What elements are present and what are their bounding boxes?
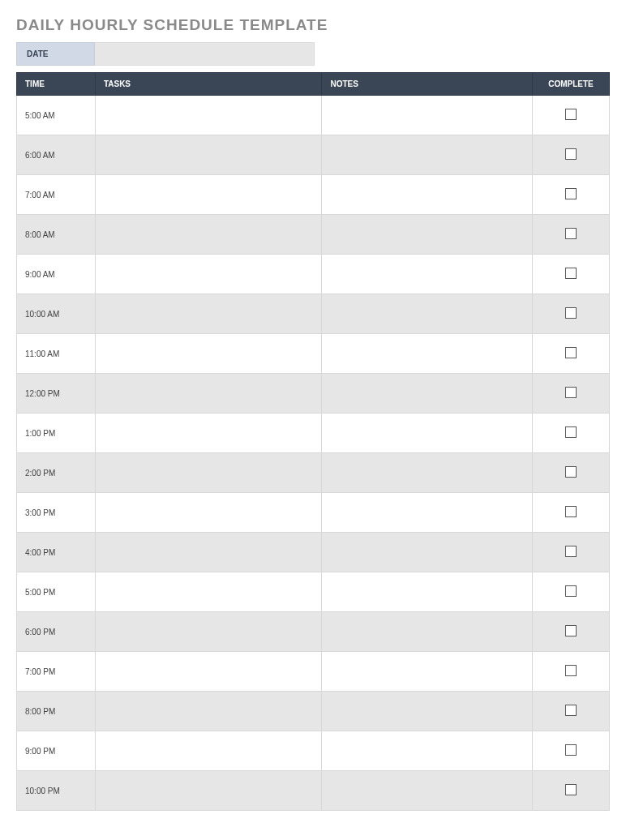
complete-cell: [533, 572, 610, 612]
time-cell: 4:00 PM: [17, 533, 96, 572]
notes-cell[interactable]: [322, 771, 533, 811]
table-row: 11:00 AM: [17, 334, 610, 374]
tasks-cell[interactable]: [95, 493, 322, 533]
complete-checkbox[interactable]: [565, 784, 577, 795]
complete-cell: [533, 692, 610, 731]
time-cell: 6:00 AM: [17, 135, 96, 175]
notes-cell[interactable]: [322, 135, 533, 175]
time-cell: 10:00 PM: [17, 771, 96, 811]
complete-checkbox[interactable]: [565, 625, 577, 636]
table-row: 7:00 PM: [17, 652, 610, 692]
tasks-cell[interactable]: [95, 175, 322, 215]
notes-cell[interactable]: [322, 652, 533, 692]
tasks-cell[interactable]: [95, 294, 322, 334]
complete-checkbox[interactable]: [565, 744, 577, 756]
time-cell: 8:00 AM: [17, 215, 96, 255]
table-row: 3:00 PM: [17, 493, 610, 533]
complete-cell: [533, 414, 610, 453]
complete-cell: [533, 374, 610, 414]
time-cell: 2:00 PM: [17, 453, 96, 493]
table-row: 10:00 PM: [17, 771, 610, 811]
time-cell: 9:00 PM: [17, 731, 96, 771]
notes-cell[interactable]: [322, 533, 533, 572]
page-title: DAILY HOURLY SCHEDULE TEMPLATE: [16, 16, 610, 34]
table-row: 8:00 AM: [17, 215, 610, 255]
tasks-cell[interactable]: [95, 652, 322, 692]
table-row: 12:00 PM: [17, 374, 610, 414]
tasks-cell[interactable]: [95, 414, 322, 453]
time-cell: 12:00 PM: [17, 374, 96, 414]
notes-cell[interactable]: [322, 334, 533, 374]
notes-cell[interactable]: [322, 414, 533, 453]
table-row: 5:00 AM: [17, 96, 610, 135]
notes-cell[interactable]: [322, 215, 533, 255]
notes-cell[interactable]: [322, 572, 533, 612]
complete-cell: [533, 294, 610, 334]
complete-cell: [533, 255, 610, 294]
tasks-cell[interactable]: [95, 215, 322, 255]
date-row: DATE: [16, 42, 610, 66]
time-cell: 10:00 AM: [17, 294, 96, 334]
complete-cell: [533, 731, 610, 771]
tasks-cell[interactable]: [95, 135, 322, 175]
tasks-cell[interactable]: [95, 612, 322, 652]
complete-checkbox[interactable]: [565, 506, 577, 517]
notes-cell[interactable]: [322, 374, 533, 414]
header-complete: COMPLETE: [533, 73, 610, 96]
header-time: TIME: [17, 73, 96, 96]
notes-cell[interactable]: [322, 493, 533, 533]
complete-cell: [533, 96, 610, 135]
date-input[interactable]: [95, 42, 315, 66]
time-cell: 9:00 AM: [17, 255, 96, 294]
tasks-cell[interactable]: [95, 771, 322, 811]
notes-cell[interactable]: [322, 731, 533, 771]
complete-cell: [533, 493, 610, 533]
time-cell: 1:00 PM: [17, 414, 96, 453]
notes-cell[interactable]: [322, 692, 533, 731]
complete-cell: [533, 652, 610, 692]
complete-checkbox[interactable]: [565, 188, 577, 199]
notes-cell[interactable]: [322, 96, 533, 135]
table-row: 7:00 AM: [17, 175, 610, 215]
date-label: DATE: [16, 42, 95, 66]
notes-cell[interactable]: [322, 175, 533, 215]
complete-checkbox[interactable]: [565, 109, 577, 120]
table-row: 9:00 AM: [17, 255, 610, 294]
time-cell: 5:00 AM: [17, 96, 96, 135]
table-row: 2:00 PM: [17, 453, 610, 493]
complete-cell: [533, 533, 610, 572]
complete-checkbox[interactable]: [565, 585, 577, 597]
complete-checkbox[interactable]: [565, 347, 577, 358]
tasks-cell[interactable]: [95, 255, 322, 294]
complete-cell: [533, 215, 610, 255]
header-row: TIME TASKS NOTES COMPLETE: [17, 73, 610, 96]
tasks-cell[interactable]: [95, 374, 322, 414]
complete-checkbox[interactable]: [565, 546, 577, 557]
complete-checkbox[interactable]: [565, 228, 577, 239]
table-row: 6:00 PM: [17, 612, 610, 652]
complete-checkbox[interactable]: [565, 268, 577, 279]
notes-cell[interactable]: [322, 255, 533, 294]
tasks-cell[interactable]: [95, 96, 322, 135]
notes-cell[interactable]: [322, 294, 533, 334]
tasks-cell[interactable]: [95, 533, 322, 572]
complete-checkbox[interactable]: [565, 307, 577, 319]
tasks-cell[interactable]: [95, 453, 322, 493]
tasks-cell[interactable]: [95, 334, 322, 374]
complete-checkbox[interactable]: [565, 705, 577, 716]
complete-cell: [533, 771, 610, 811]
complete-checkbox[interactable]: [565, 665, 577, 676]
tasks-cell[interactable]: [95, 692, 322, 731]
complete-cell: [533, 612, 610, 652]
notes-cell[interactable]: [322, 612, 533, 652]
complete-cell: [533, 334, 610, 374]
table-row: 4:00 PM: [17, 533, 610, 572]
notes-cell[interactable]: [322, 453, 533, 493]
table-row: 5:00 PM: [17, 572, 610, 612]
tasks-cell[interactable]: [95, 731, 322, 771]
complete-checkbox[interactable]: [565, 426, 577, 438]
complete-checkbox[interactable]: [565, 148, 577, 160]
tasks-cell[interactable]: [95, 572, 322, 612]
complete-checkbox[interactable]: [565, 387, 577, 398]
complete-checkbox[interactable]: [565, 466, 577, 478]
